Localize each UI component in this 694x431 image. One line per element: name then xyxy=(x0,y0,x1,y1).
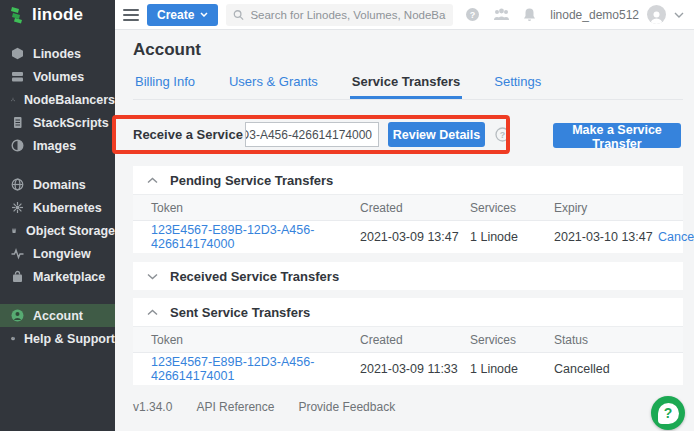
pending-table-header: Token Created Services Expiry xyxy=(133,194,683,220)
tab-users-grants[interactable]: Users & Grants xyxy=(227,70,320,99)
account-tabs: Billing Info Users & Grants Service Tran… xyxy=(133,70,683,100)
received-transfers-panel: Received Service Transfers xyxy=(133,262,683,290)
marketplace-icon xyxy=(11,270,24,283)
help-bubble-button[interactable]: ? xyxy=(651,396,685,430)
help-circle-icon[interactable]: ? xyxy=(465,7,480,22)
images-icon xyxy=(11,139,24,152)
sidebar-item-images[interactable]: Images xyxy=(0,134,115,157)
sent-table-header: Token Created Services Status xyxy=(133,326,683,352)
svg-text:?: ? xyxy=(500,130,506,140)
page-title: Account xyxy=(133,40,201,60)
sidebar-item-account[interactable]: Account xyxy=(0,304,115,327)
linode-cloud-manager: linode Create ? linode_demo512 Linodes xyxy=(0,0,694,431)
make-service-transfer-button[interactable]: Make a Service Transfer xyxy=(553,123,681,148)
help-support-icon: ? xyxy=(11,332,15,345)
api-reference-link[interactable]: API Reference xyxy=(196,400,274,414)
object-storage-icon xyxy=(11,224,17,237)
search-input[interactable] xyxy=(250,9,446,21)
sidebar-item-marketplace[interactable]: Marketplace xyxy=(0,265,115,288)
sidebar-item-nodebalancers[interactable]: NodeBalancers xyxy=(0,88,115,111)
app-version: v1.34.0 xyxy=(133,400,172,414)
stackscripts-icon xyxy=(11,116,24,129)
pending-transfers-panel: Pending Service Transfers Token Created … xyxy=(133,166,683,253)
pending-token-link[interactable]: 123E4567-E89B-12D3-A456-426614174000 xyxy=(151,223,314,251)
logo-text: linode xyxy=(32,5,83,25)
linodes-icon xyxy=(11,47,24,60)
sent-transfers-header[interactable]: Sent Service Transfers xyxy=(133,298,683,326)
longview-icon xyxy=(11,247,24,260)
pending-created: 2021-03-09 13:47 xyxy=(360,230,470,244)
chevron-up-icon xyxy=(147,309,158,316)
sidebar-item-linodes[interactable]: Linodes xyxy=(0,42,115,65)
sidebar-item-object-storage[interactable]: Object Storage xyxy=(0,219,115,242)
receive-help-icon[interactable]: ? xyxy=(495,127,510,142)
sidebar-navigation: Linodes Volumes NodeBalancers StackScrip… xyxy=(0,30,115,431)
sent-status: Cancelled xyxy=(554,362,658,376)
tab-billing-info[interactable]: Billing Info xyxy=(133,70,197,99)
sidebar-item-volumes[interactable]: Volumes xyxy=(0,65,115,88)
sidebar-group-account: Account ? Help & Support xyxy=(0,304,115,350)
search-icon xyxy=(233,9,244,21)
notifications-bell-icon[interactable] xyxy=(523,7,536,22)
sidebar-item-stackscripts[interactable]: StackScripts xyxy=(0,111,115,134)
pending-expiry: 2021-03-10 13:47 xyxy=(554,230,658,244)
review-details-button[interactable]: Review Details xyxy=(388,122,485,147)
chevron-up-icon xyxy=(147,177,158,184)
sent-table-row: 123E4567-E89B-12D3-A456-426614174001 202… xyxy=(133,352,683,385)
domains-icon xyxy=(11,178,24,191)
create-button[interactable]: Create xyxy=(147,4,218,26)
pending-services: 1 Linode xyxy=(470,230,554,244)
sidebar-item-kubernetes[interactable]: Kubernetes xyxy=(0,196,115,219)
avatar[interactable] xyxy=(647,5,666,24)
tab-settings[interactable]: Settings xyxy=(492,70,543,99)
username[interactable]: linode_demo512 xyxy=(550,8,639,22)
service-transfer-token-input[interactable]: 123E4567-E89B-12D3-A456-426614174000 xyxy=(245,122,379,147)
sent-services: 1 Linode xyxy=(470,362,554,376)
help-question-icon: ? xyxy=(658,403,679,424)
tab-service-transfers[interactable]: Service Transfers xyxy=(350,70,462,99)
sent-created: 2021-03-09 11:33 xyxy=(360,362,470,376)
pending-table-row: 123E4567-E89B-12D3-A456-426614174000 202… xyxy=(133,220,683,253)
global-search[interactable] xyxy=(226,4,453,26)
provide-feedback-link[interactable]: Provide Feedback xyxy=(298,400,395,414)
hamburger-menu-icon[interactable] xyxy=(123,9,139,21)
linode-logo[interactable]: linode xyxy=(0,0,115,30)
sent-token-link[interactable]: 123E4567-E89B-12D3-A456-426614174001 xyxy=(151,355,314,383)
receive-service-transfer-row: Receive a Service Transfer 123E4567-E89B… xyxy=(115,115,535,154)
main-content: Account Billing Info Users & Grants Serv… xyxy=(115,30,694,431)
chevron-down-icon xyxy=(200,12,208,17)
sidebar-item-domains[interactable]: Domains xyxy=(0,173,115,196)
sidebar-item-help-support[interactable]: ? Help & Support xyxy=(0,327,115,350)
footer: v1.34.0 API Reference Provide Feedback xyxy=(133,400,395,414)
user-menu-chevron-down-icon[interactable] xyxy=(674,12,684,18)
kubernetes-icon xyxy=(11,201,24,214)
linode-logo-icon xyxy=(10,6,26,24)
community-icon[interactable] xyxy=(493,8,510,21)
account-icon xyxy=(11,309,24,322)
sidebar-item-longview[interactable]: Longview xyxy=(0,242,115,265)
svg-text:?: ? xyxy=(470,10,476,20)
received-transfers-header[interactable]: Received Service Transfers xyxy=(133,262,683,290)
sidebar-group-services: Domains Kubernetes Object Storage Longvi… xyxy=(0,173,115,288)
cancel-transfer-link[interactable]: Cancel xyxy=(658,230,694,244)
sent-transfers-panel: Sent Service Transfers Token Created Ser… xyxy=(133,298,683,385)
avatar-person-icon xyxy=(649,10,664,24)
sidebar-group-compute: Linodes Volumes NodeBalancers StackScrip… xyxy=(0,42,115,157)
volumes-icon xyxy=(11,70,24,83)
nodebalancers-icon xyxy=(11,93,15,106)
chevron-down-icon xyxy=(147,273,158,280)
topbar-icons: ? xyxy=(465,7,536,22)
top-navigation-bar: Create ? linode_demo512 xyxy=(115,0,694,30)
pending-transfers-header[interactable]: Pending Service Transfers xyxy=(133,166,683,194)
